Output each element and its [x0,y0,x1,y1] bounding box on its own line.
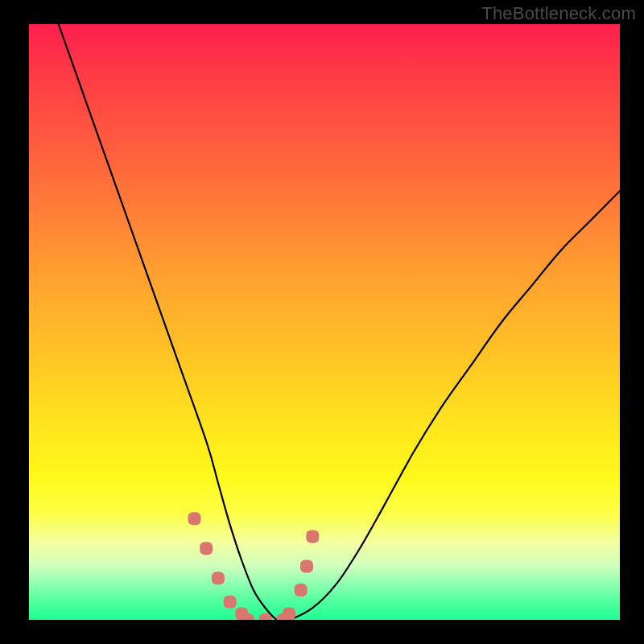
marker-dot [242,613,254,620]
highlight-markers [188,512,320,620]
marker-dot [212,572,225,584]
watermark-text: TheBottleneck.com [481,3,636,24]
plot-area [29,24,620,620]
marker-dot [188,512,201,525]
marker-dot [306,530,319,543]
marker-dot [295,584,308,597]
chart-frame: TheBottleneck.com [0,0,644,644]
marker-dot [200,542,213,555]
marker-dot [224,596,237,609]
chart-svg [29,24,620,620]
marker-dot [259,613,272,620]
curve-line [59,24,620,620]
marker-dot [300,559,313,572]
marker-dot [283,608,295,620]
